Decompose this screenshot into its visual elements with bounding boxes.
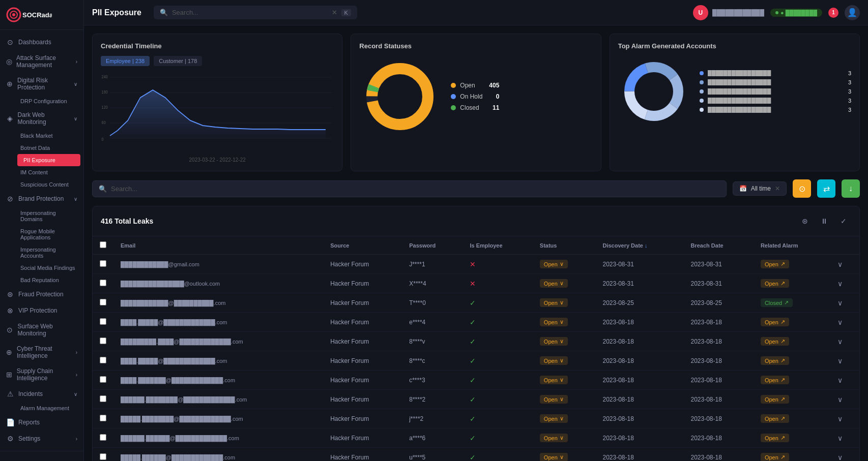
cell-expand[interactable]: ∨ [830, 371, 859, 390]
status-badge[interactable]: Open ∨ [540, 279, 568, 288]
sidebar-item-black-market[interactable]: Black Market [14, 130, 83, 142]
time-filter[interactable]: 📅 All time ✕ [733, 181, 787, 196]
related-alarm-badge[interactable]: Closed ↗ [761, 298, 793, 307]
related-alarm-badge[interactable]: Open ↗ [761, 376, 789, 384]
search-close-icon[interactable]: ✕ [332, 9, 337, 16]
status-badge[interactable]: Open ∨ [540, 337, 568, 346]
cell-expand[interactable]: ∨ [830, 351, 859, 371]
sidebar-item-vip-protection[interactable]: ⊗ VIP Protection [0, 302, 83, 319]
account-avatar[interactable]: 👤 [845, 5, 860, 20]
row-checkbox[interactable] [100, 453, 106, 460]
cell-related-alarm[interactable]: Open ↗ [754, 255, 830, 274]
sidebar-item-social-media[interactable]: Social Media Findings [14, 262, 83, 274]
cell-status[interactable]: Open ∨ [533, 332, 596, 351]
status-badge[interactable]: Open ∨ [540, 260, 568, 268]
notification-badge[interactable]: 1 [828, 8, 838, 18]
row-checkbox[interactable] [100, 280, 106, 286]
cell-related-alarm[interactable]: Open ↗ [754, 332, 830, 351]
cell-status[interactable]: Open ∨ [533, 390, 596, 409]
table-action-pause[interactable]: ⏸ [817, 213, 832, 229]
expand-row-button[interactable]: ∨ [837, 280, 843, 288]
related-alarm-badge[interactable]: Open ↗ [761, 395, 789, 404]
status-badge[interactable]: Open ∨ [540, 356, 568, 365]
status-badge[interactable]: Open ∨ [540, 376, 568, 384]
sidebar-item-dark-web[interactable]: ◈ Dark Web Monitoring ∨ [0, 107, 83, 130]
filter-btn-teal[interactable]: ⇄ [817, 179, 835, 198]
expand-row-button[interactable]: ∨ [837, 376, 843, 384]
related-alarm-badge[interactable]: Open ↗ [761, 260, 789, 268]
cell-expand[interactable]: ∨ [830, 293, 859, 313]
cell-status[interactable]: Open ∨ [533, 428, 596, 448]
sidebar-item-supply-chain[interactable]: ⊞ Supply Chain Intelligence › [0, 363, 83, 386]
sidebar-item-brand-protection[interactable]: ⊘ Brand Protection ∨ [0, 191, 83, 207]
expand-row-button[interactable]: ∨ [837, 337, 843, 346]
row-checkbox[interactable] [100, 260, 106, 267]
select-all-checkbox[interactable] [100, 241, 106, 248]
expand-row-button[interactable]: ∨ [837, 260, 843, 268]
sidebar-item-im-content[interactable]: IM Content [14, 166, 83, 178]
cell-expand[interactable]: ∨ [830, 313, 859, 332]
expand-row-button[interactable]: ∨ [837, 434, 843, 442]
sidebar-item-impersonating-domains[interactable]: Impersonating Domains [14, 207, 83, 225]
row-checkbox[interactable] [100, 434, 106, 441]
table-search-input[interactable] [111, 185, 720, 193]
sidebar-item-reports[interactable]: 📄 Reports [0, 414, 83, 431]
sidebar-item-rogue-mobile[interactable]: Rogue Mobile Applications [14, 225, 83, 243]
expand-row-button[interactable]: ∨ [837, 299, 843, 307]
cell-status[interactable]: Open ∨ [533, 448, 596, 462]
cell-related-alarm[interactable]: Open ↗ [754, 448, 830, 462]
expand-row-button[interactable]: ∨ [837, 357, 843, 365]
status-badge[interactable]: Open ∨ [540, 434, 568, 442]
cell-expand[interactable]: ∨ [830, 409, 859, 428]
cell-expand[interactable]: ∨ [830, 448, 859, 462]
cell-status[interactable]: Open ∨ [533, 274, 596, 293]
sidebar-item-impersonating-accounts[interactable]: Impersonating Accounts [14, 243, 83, 262]
cell-status[interactable]: Open ∨ [533, 313, 596, 332]
status-badge[interactable]: Open ∨ [540, 414, 568, 423]
cell-related-alarm[interactable]: Closed ↗ [754, 293, 830, 313]
close-icon[interactable]: ✕ [775, 185, 780, 192]
sidebar-item-cyber-threat[interactable]: ⊕ Cyber Threat Intelligence › [0, 341, 83, 363]
cell-expand[interactable]: ∨ [830, 428, 859, 448]
cell-related-alarm[interactable]: Open ↗ [754, 390, 830, 409]
filter-btn-orange[interactable]: ⊙ [793, 179, 811, 198]
sidebar-item-digital-risk[interactable]: ⊕ Digital Risk Protection ∨ [0, 73, 83, 95]
cell-expand[interactable]: ∨ [830, 390, 859, 409]
expand-row-button[interactable]: ∨ [837, 395, 843, 404]
cell-status[interactable]: Open ∨ [533, 293, 596, 313]
status-badge[interactable]: Open ∨ [540, 453, 568, 461]
cell-related-alarm[interactable]: Open ↗ [754, 409, 830, 428]
row-checkbox[interactable] [100, 415, 106, 421]
cell-expand[interactable]: ∨ [830, 274, 859, 293]
sidebar-item-drp-config[interactable]: DRP Configuration [14, 95, 83, 107]
related-alarm-badge[interactable]: Open ↗ [761, 279, 789, 288]
expand-row-button[interactable]: ∨ [837, 453, 843, 462]
cell-expand[interactable]: ∨ [830, 332, 859, 351]
sidebar-item-alarm-management[interactable]: Alarm Management [14, 402, 83, 414]
related-alarm-badge[interactable]: Open ↗ [761, 318, 789, 326]
status-badge[interactable]: Open ∨ [540, 298, 568, 307]
cell-related-alarm[interactable]: Open ↗ [754, 274, 830, 293]
cell-status[interactable]: Open ∨ [533, 409, 596, 428]
cell-related-alarm[interactable]: Open ↗ [754, 351, 830, 371]
tab-customer[interactable]: Customer | 178 [154, 56, 202, 66]
cell-expand[interactable]: ∨ [830, 255, 859, 274]
related-alarm-badge[interactable]: Open ↗ [761, 453, 789, 461]
row-checkbox[interactable] [100, 299, 106, 305]
sidebar-item-bad-reputation[interactable]: Bad Reputation [14, 274, 83, 286]
sidebar-item-botnet-data[interactable]: Botnet Data [14, 142, 83, 154]
status-badge[interactable]: Open ∨ [540, 318, 568, 326]
sidebar-item-suspicious-content[interactable]: Suspicious Content [14, 178, 83, 191]
global-search-input[interactable] [172, 9, 328, 16]
cell-related-alarm[interactable]: Open ↗ [754, 371, 830, 390]
related-alarm-badge[interactable]: Open ↗ [761, 434, 789, 442]
cell-status[interactable]: Open ∨ [533, 371, 596, 390]
expand-row-button[interactable]: ∨ [837, 318, 843, 326]
related-alarm-badge[interactable]: Open ↗ [761, 356, 789, 365]
th-discovery-date[interactable]: Discovery Date [595, 236, 683, 255]
sidebar-item-incidents[interactable]: ⚠ Incidents ∨ [0, 386, 83, 402]
cell-status[interactable]: Open ∨ [533, 351, 596, 371]
related-alarm-badge[interactable]: Open ↗ [761, 414, 789, 423]
table-action-check[interactable]: ✓ [836, 213, 851, 229]
row-checkbox[interactable] [100, 357, 106, 363]
